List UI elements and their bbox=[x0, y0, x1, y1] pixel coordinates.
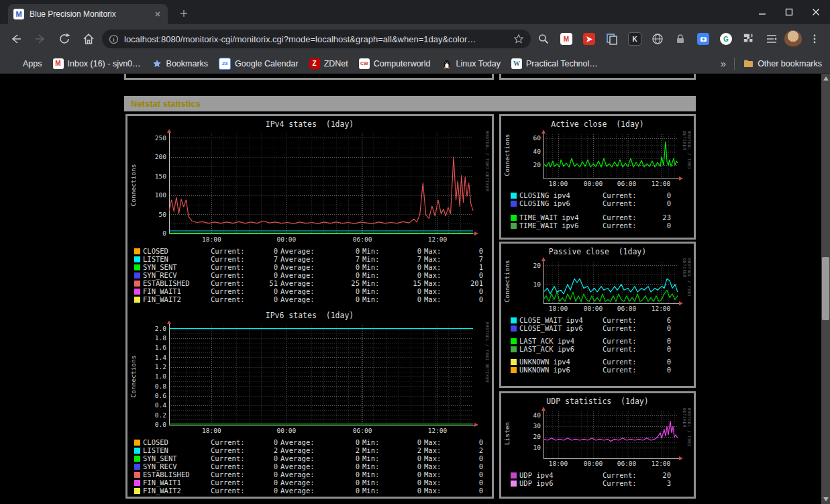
legend-current-value: 0 bbox=[255, 263, 278, 271]
passive-close-legend: CLOSE_WAIT ipv4 Current: 6 CLOSE_WAIT ip… bbox=[511, 316, 694, 374]
screenshot-extension-icon[interactable] bbox=[693, 29, 713, 49]
forward-button[interactable] bbox=[30, 28, 51, 50]
legend-swatch bbox=[511, 325, 517, 332]
globe-extension-icon[interactable] bbox=[647, 29, 668, 49]
udp-statistics-panel: UDP statistics (1day) Listen 18:0000:000… bbox=[499, 391, 696, 499]
legend-row: TIME_WAIT ipv4 Current: 23 bbox=[511, 213, 694, 221]
search-extension-icon[interactable] bbox=[533, 29, 554, 49]
bookmark-google-calendar[interactable]: 23 Google Calendar bbox=[219, 58, 299, 70]
active-close-chart[interactable]: 18:0000:0006:0012:00204060 bbox=[507, 130, 689, 189]
passive-close-chart[interactable]: 18:0000:0006:0012:001020 bbox=[507, 257, 689, 313]
bookmark-inbox[interactable]: M Inbox (16) - sjvn0… bbox=[53, 58, 141, 69]
tab-close-icon[interactable] bbox=[153, 9, 162, 19]
legend-min-value: 2 bbox=[396, 446, 421, 454]
legend-swatch bbox=[134, 297, 140, 303]
profile-avatar[interactable] bbox=[784, 30, 802, 48]
copy-pages-extension-icon[interactable] bbox=[602, 29, 622, 49]
svg-text:40: 40 bbox=[533, 148, 541, 155]
browser-tab[interactable]: M Blue Precision Monitorix bbox=[8, 4, 168, 24]
url-text[interactable]: localhost:8080/monitorix-cgi/monitorix.c… bbox=[124, 34, 508, 44]
back-button[interactable] bbox=[5, 28, 27, 50]
legend-row: LAST_ACK ipv6 Current: 0 bbox=[511, 345, 694, 353]
svg-text:1.2: 1.2 bbox=[155, 363, 166, 370]
bookmark-bookmarks[interactable]: Bookmarks bbox=[152, 58, 209, 69]
bookmark-label: Apps bbox=[23, 59, 42, 68]
svg-text:12:00: 12:00 bbox=[652, 180, 671, 187]
playlist-extension-icon[interactable] bbox=[762, 29, 782, 49]
svg-text:100: 100 bbox=[155, 191, 166, 199]
star-icon bbox=[152, 58, 162, 69]
legend-swatch bbox=[134, 456, 140, 462]
legend-min-value: 7 bbox=[396, 255, 421, 263]
legend-row: CLOSED Current: 0 Average: 0 Min: 0 Max:… bbox=[134, 438, 492, 446]
svg-text:18:00: 18:00 bbox=[202, 236, 221, 243]
svg-text:20: 20 bbox=[533, 262, 541, 269]
legend-label: SYN_SENT bbox=[143, 454, 208, 462]
legend-current-value: 23 bbox=[648, 213, 671, 221]
tab-title: Blue Precision Monitorix bbox=[30, 9, 148, 19]
home-button[interactable] bbox=[78, 28, 99, 50]
legend-label: ESTABLISHED bbox=[143, 470, 208, 478]
monitorix-page: Netstat statistics IPv4 states (1day) Co… bbox=[0, 74, 821, 504]
page-scrollbar[interactable] bbox=[821, 74, 830, 504]
bookmark-zdnet[interactable]: Z ZDNet bbox=[309, 58, 348, 69]
legend-current-value: 6 bbox=[648, 316, 671, 324]
svg-text:18:00: 18:00 bbox=[549, 305, 568, 312]
legend-current-value: 51 bbox=[255, 279, 278, 287]
y-axis-label: Connections bbox=[503, 134, 511, 177]
maximize-button[interactable] bbox=[779, 3, 799, 21]
other-bookmarks-button[interactable]: Other bookmarks bbox=[743, 58, 822, 69]
bookmark-computerworld[interactable]: CW Computerworld bbox=[359, 58, 431, 69]
close-window-button[interactable] bbox=[806, 3, 826, 21]
legend-max-value: 0 bbox=[458, 247, 483, 255]
ipv6-states-chart[interactable]: 18:0000:0006:0012:000.00.20.40.60.81.01.… bbox=[133, 321, 487, 436]
y-axis-label: Listen bbox=[503, 422, 511, 445]
bookmark-linux-today[interactable]: Linux Today bbox=[442, 58, 501, 69]
reload-button[interactable] bbox=[54, 28, 75, 50]
minimize-button[interactable] bbox=[752, 3, 772, 21]
puzzle-extensions-icon[interactable] bbox=[739, 29, 759, 49]
legend-label: SYN_SENT bbox=[143, 263, 208, 271]
share-extension-icon[interactable] bbox=[579, 29, 599, 49]
legend-min-value: 0 bbox=[396, 438, 421, 446]
url-bar[interactable]: localhost:8080/monitorix-cgi/monitorix.c… bbox=[102, 30, 531, 48]
kebab-menu-icon[interactable] bbox=[805, 29, 825, 49]
legend-current-value: 0 bbox=[648, 221, 671, 230]
page-info-icon[interactable] bbox=[109, 34, 119, 44]
svg-text:150: 150 bbox=[155, 172, 166, 180]
legend-current-value: 0 bbox=[255, 454, 278, 462]
legend-max-value: 0 bbox=[458, 454, 483, 462]
udp-statistics-legend: UDP ipv4 Current: 20 UDP ipv6 Current: 3 bbox=[511, 471, 694, 487]
legend-min-value: 15 bbox=[396, 279, 421, 287]
keep-extension-icon[interactable]: K bbox=[625, 29, 645, 49]
bookmark-star-icon[interactable] bbox=[513, 34, 524, 44]
new-tab-button[interactable] bbox=[176, 5, 192, 21]
udp-statistics-chart[interactable]: 18:0000:0006:0012:0010203040 bbox=[507, 407, 689, 468]
bookmark-practical-technology[interactable]: W Practical Technol… bbox=[511, 58, 598, 69]
grammarly-extension-icon[interactable]: G bbox=[716, 29, 736, 49]
svg-text:00:00: 00:00 bbox=[584, 180, 603, 187]
legend-row: LISTEN Current: 7 Average: 7 Min: 7 Max:… bbox=[134, 255, 492, 263]
window-controls bbox=[752, 3, 826, 21]
lock-extension-icon[interactable] bbox=[670, 29, 690, 49]
chart-title: IPv6 states (1day) bbox=[127, 307, 492, 321]
legend-average-value: 2 bbox=[334, 446, 360, 454]
legend-current-value: 0 bbox=[648, 191, 671, 199]
legend-average-value: 0 bbox=[334, 462, 360, 470]
svg-text:00:00: 00:00 bbox=[584, 460, 603, 467]
legend-row: LISTEN Current: 2 Average: 2 Min: 2 Max:… bbox=[134, 446, 492, 454]
bookmark-apps[interactable]: Apps bbox=[8, 58, 42, 69]
scrollbar-thumb[interactable] bbox=[822, 257, 829, 320]
scrollbar-up-arrow[interactable] bbox=[821, 74, 830, 83]
legend-label: UDP ipv6 bbox=[519, 479, 600, 487]
svg-text:20: 20 bbox=[533, 161, 541, 168]
bookmarks-overflow-chevron[interactable]: » bbox=[721, 58, 726, 69]
legend-current-value: 0 bbox=[648, 358, 671, 366]
scrollbar-down-arrow[interactable] bbox=[821, 495, 830, 504]
rrdtool-credit: RRDTOOL / TOBI OETIKER bbox=[485, 322, 490, 383]
ipv4-states-chart[interactable]: 18:0000:0006:0012:00050100150200250 bbox=[133, 130, 487, 244]
gmail-extension-icon[interactable]: M bbox=[556, 29, 576, 49]
active-close-graph: Active close (1day) Connections 18:0000:… bbox=[501, 116, 694, 189]
legend-swatch bbox=[134, 480, 140, 486]
legend-label: ESTABLISHED bbox=[143, 279, 208, 287]
